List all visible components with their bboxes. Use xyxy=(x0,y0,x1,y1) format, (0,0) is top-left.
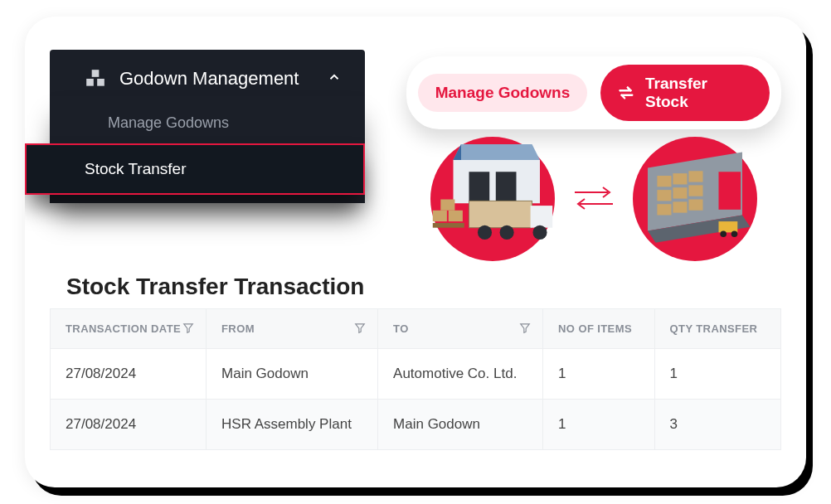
table-row[interactable]: 27/08/2024 HSR Assembly Plant Main Godow… xyxy=(51,400,781,450)
transactions-section: Stock Transfer Transaction TRANSACTION D… xyxy=(50,274,781,487)
cell-from: Main Godown xyxy=(207,349,378,400)
boxes-icon xyxy=(85,68,106,90)
sidebar-body: Manage Godowns Stock Transfer xyxy=(50,96,365,203)
col-header-date[interactable]: TRANSACTION DATE xyxy=(51,309,207,349)
transfer-illustration xyxy=(423,133,765,265)
sidebar-header[interactable]: Godown Management xyxy=(50,50,365,96)
sidebar-item-label: Stock Transfer xyxy=(85,160,187,177)
filter-icon[interactable] xyxy=(182,322,194,336)
svg-rect-30 xyxy=(688,200,702,211)
svg-marker-4 xyxy=(454,144,541,160)
table-row[interactable]: 27/08/2024 Main Godown Automotive Co. Lt… xyxy=(51,349,781,400)
svg-rect-2 xyxy=(97,79,104,86)
col-header-from[interactable]: FROM xyxy=(207,309,378,349)
chevron-up-icon xyxy=(327,70,342,88)
filter-icon[interactable] xyxy=(354,322,366,336)
col-header-to[interactable]: TO xyxy=(378,309,543,349)
warehouse-to-image xyxy=(633,137,757,261)
app-card: Godown Management Manage Godowns Stock T… xyxy=(25,17,806,487)
svg-rect-7 xyxy=(496,172,517,203)
sidebar-item-stock-transfer[interactable]: Stock Transfer xyxy=(25,143,365,195)
svg-rect-1 xyxy=(86,79,94,86)
svg-point-10 xyxy=(478,225,492,240)
svg-marker-5 xyxy=(454,144,462,160)
cell-date: 27/08/2024 xyxy=(51,400,207,450)
section-title: Stock Transfer Transaction xyxy=(50,274,781,308)
svg-rect-29 xyxy=(673,201,687,212)
warehouse-from-image xyxy=(430,137,555,261)
svg-rect-28 xyxy=(657,204,671,215)
transactions-table: TRANSACTION DATE FROM TO xyxy=(50,308,781,450)
double-arrow-icon xyxy=(571,181,616,217)
svg-point-11 xyxy=(500,225,514,240)
svg-rect-6 xyxy=(469,172,490,203)
svg-rect-13 xyxy=(433,211,447,221)
svg-rect-21 xyxy=(719,172,741,210)
cell-to: Automotive Co. Ltd. xyxy=(378,349,543,400)
cell-items: 1 xyxy=(543,349,654,400)
button-label: Manage Godowns xyxy=(435,84,571,102)
svg-rect-27 xyxy=(688,185,702,196)
sidebar-title: Godown Management xyxy=(119,68,313,90)
button-label: Transfer Stock xyxy=(645,75,753,111)
svg-rect-25 xyxy=(657,190,671,201)
svg-rect-0 xyxy=(92,70,100,77)
svg-marker-34 xyxy=(184,323,193,332)
svg-rect-31 xyxy=(719,221,738,232)
action-pillbar: Manage Godowns Transfer Stock xyxy=(406,56,781,129)
cell-items: 1 xyxy=(543,400,654,450)
svg-rect-22 xyxy=(657,176,671,187)
svg-rect-15 xyxy=(440,200,454,211)
filter-icon[interactable] xyxy=(519,322,531,336)
svg-rect-8 xyxy=(469,201,532,227)
swap-icon xyxy=(617,84,635,102)
sidebar-item-manage-godowns[interactable]: Manage Godowns xyxy=(50,103,365,143)
svg-rect-16 xyxy=(433,223,464,228)
svg-point-32 xyxy=(720,231,727,238)
svg-rect-9 xyxy=(531,206,553,228)
svg-rect-24 xyxy=(688,171,702,182)
svg-point-33 xyxy=(731,231,738,238)
cell-from: HSR Assembly Plant xyxy=(207,400,378,450)
sidebar: Godown Management Manage Godowns Stock T… xyxy=(25,50,365,203)
svg-rect-23 xyxy=(673,173,687,184)
col-header-items[interactable]: NO OF ITEMS xyxy=(543,309,654,349)
cell-qty: 1 xyxy=(654,349,780,400)
col-header-qty[interactable]: QTY TRANSFER xyxy=(654,309,780,349)
svg-marker-36 xyxy=(521,323,530,332)
svg-marker-35 xyxy=(356,323,365,332)
manage-godowns-button[interactable]: Manage Godowns xyxy=(418,74,587,112)
cell-to: Main Godown xyxy=(378,400,543,450)
transfer-stock-button[interactable]: Transfer Stock xyxy=(600,65,770,121)
cell-date: 27/08/2024 xyxy=(51,349,207,400)
cell-qty: 3 xyxy=(654,400,780,450)
svg-point-12 xyxy=(532,225,547,240)
svg-rect-14 xyxy=(449,211,463,221)
sidebar-item-label: Manage Godowns xyxy=(108,114,229,131)
svg-rect-26 xyxy=(673,187,687,198)
